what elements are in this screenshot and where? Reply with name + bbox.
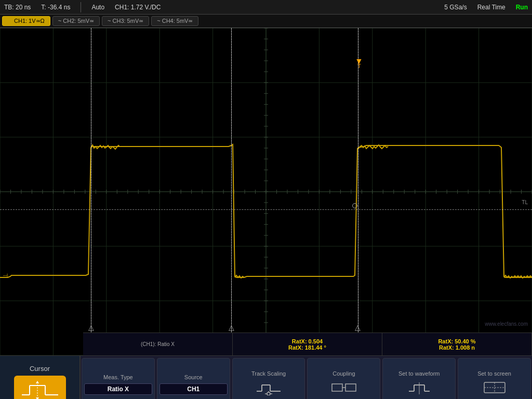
channel-tabs-bar: CH1: 1V≃Ω ~ CH2: 5mV≃ ~ CH3: 5mV≃ ~ CH4:… [0, 15, 532, 28]
cursor-line-3 [231, 28, 232, 355]
waveform-svg [0, 28, 532, 355]
channel-tab-ch1[interactable]: CH1: 1V≃Ω [2, 16, 50, 26]
source-button[interactable]: Source CH1 [157, 358, 230, 399]
svg-point-13 [267, 392, 270, 395]
cursor1-bottom-marker: △ [88, 323, 94, 331]
bottom-control-panel: Cursor Meas. Type Ratio X Source CH1 [0, 355, 532, 399]
trigger-time-display: T: -36.4 ns [41, 4, 70, 11]
ch1-tab-label: CH1: 1V≃Ω [14, 18, 45, 24]
acq-type-display: Real Time [477, 4, 506, 11]
timebase-display: TB: 20 ns [4, 4, 31, 11]
cursor-icon-button[interactable] [14, 376, 66, 400]
cursor-line-h [0, 209, 532, 210]
readout-ratx1: RatX: 0.504 RatX: 181.44 ° [233, 333, 382, 355]
ch4-tab-label: ~ CH4: 5mV≃ [157, 18, 193, 24]
top-status-bar: TB: 20 ns T: -36.4 ns Auto CH1: 1.72 V./… [0, 0, 532, 15]
ch3-tab-label: ~ CH3: 5mV≃ [108, 18, 143, 24]
source-value: CH1 [159, 383, 228, 395]
sample-rate-display: 5 GSa/s [444, 4, 467, 11]
readout-source-label: (CH1): Ratio X [141, 341, 175, 347]
trigger-label: T [357, 63, 361, 69]
svg-marker-6 [36, 381, 39, 383]
svg-rect-18 [345, 384, 356, 391]
cursor-section: Cursor [0, 356, 81, 399]
scope-display: ▼ T △ △ △ 1 3 2 ⊣ TL www.elecfans.com (C… [0, 28, 532, 355]
channel-tab-ch3[interactable]: ~ CH3: 5mV≃ [102, 16, 149, 26]
track-scaling-label: Track Scaling [251, 370, 286, 377]
track-scaling-button[interactable]: Track Scaling [232, 358, 305, 399]
meas-type-label: Meas. Type [103, 374, 133, 380]
set-to-screen-button[interactable]: Set to screen [458, 358, 531, 399]
readout-ratx-other: RatX: 1.008 n [439, 344, 475, 351]
channel-tab-ch4[interactable]: ~ CH4: 5mV≃ [151, 16, 198, 26]
readout-ratx-angle: RatX: 181.44 ° [288, 344, 326, 351]
ch2-tab-label: ~ CH2: 5mV≃ [58, 18, 94, 24]
channel-tab-ch2[interactable]: ~ CH2: 5mV≃ [52, 16, 100, 26]
set-screen-label: Set to screen [477, 370, 511, 377]
svg-rect-17 [332, 384, 342, 391]
set-screen-icon [482, 380, 508, 398]
readout-ratx-val: RatX: 0.504 [292, 338, 323, 344]
track-scaling-icon [256, 380, 282, 398]
ch1-offset-marker: ⊣ [3, 272, 8, 280]
acq-mode-display: Auto [91, 4, 104, 11]
readout-source: (CH1): Ratio X [83, 333, 233, 355]
run-status-display: Run [516, 4, 528, 11]
watermark: www.elecfans.com [485, 321, 528, 327]
meas-type-button[interactable]: Meas. Type Ratio X [82, 358, 155, 399]
cursor-crosshair [352, 203, 357, 208]
coupling-icon [331, 380, 357, 398]
tl-label: TL [522, 200, 528, 205]
ch1-scale-display: CH1: 1.72 V./DC [115, 4, 161, 11]
coupling-label: Coupling [332, 370, 355, 377]
readout-ratx-percent: RatX: 50.40 % [438, 338, 475, 344]
source-label: Source [184, 374, 203, 380]
readout-ratx2: RatX: 50.40 % RatX: 1.008 n [382, 333, 532, 355]
cursor-line-1 [91, 28, 91, 355]
cursor-waveform-icon [19, 379, 61, 399]
coupling-button[interactable]: Coupling [307, 358, 380, 399]
cursor3-bottom-marker: △ [229, 323, 234, 331]
cursor-readout-bar: (CH1): Ratio X RatX: 0.504 RatX: 181.44 … [83, 332, 532, 355]
cursor-section-title: Cursor [30, 365, 50, 373]
set-waveform-label: Set to waveform [398, 370, 440, 377]
waveform-line [0, 144, 532, 277]
controls-row: Meas. Type Ratio X Source CH1 Track Scal… [81, 356, 532, 399]
meas-type-value: Ratio X [84, 383, 152, 395]
set-waveform-icon [406, 380, 432, 398]
cursor2-bottom-marker: △ [355, 323, 361, 331]
cursor-line-2 [358, 28, 358, 355]
set-to-waveform-button[interactable]: Set to waveform [382, 358, 456, 399]
